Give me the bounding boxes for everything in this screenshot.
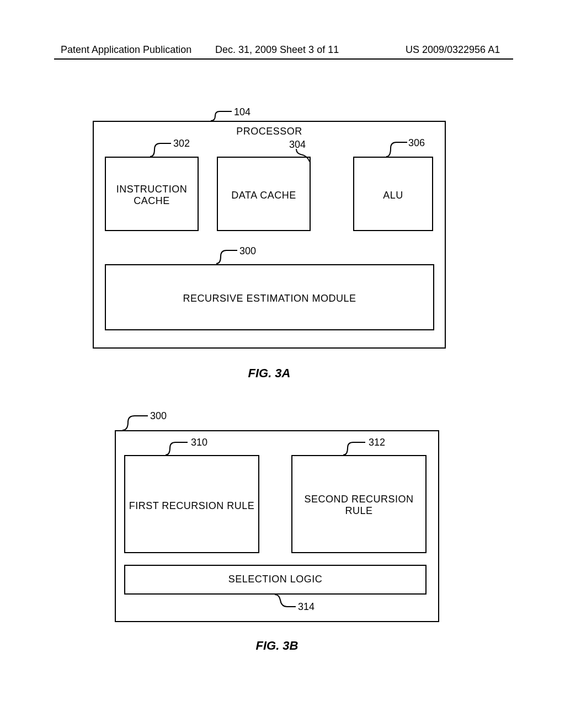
- figB-ref-outer: 300: [150, 410, 167, 422]
- figA-ref-300: 300: [239, 245, 256, 257]
- figA-label-instruction-cache: INSTRUCTION CACHE: [105, 184, 199, 207]
- figB-ref-312: 312: [369, 437, 385, 448]
- header-mid: Dec. 31, 2009 Sheet 3 of 11: [215, 44, 339, 56]
- figA-ref-306: 306: [408, 137, 425, 149]
- figA-label-recursion-module: RECURSIVE ESTIMATION MODULE: [105, 293, 434, 304]
- header-left: Patent Application Publication: [61, 44, 191, 56]
- figA-ref-302: 302: [173, 138, 190, 149]
- figA-caption: FIG. 3A: [93, 366, 446, 381]
- figA-ref-304: 304: [289, 139, 306, 151]
- figA-title: PROCESSOR: [93, 126, 446, 137]
- figB-ref-314: 314: [298, 601, 315, 613]
- header-right: US 2009/0322956 A1: [406, 44, 500, 56]
- figB-ref-310: 310: [191, 437, 207, 448]
- figA-label-alu: ALU: [353, 190, 433, 201]
- figB-caption: FIG. 3B: [115, 639, 439, 653]
- header-rule: [54, 58, 513, 60]
- figB-label-selection-logic: SELECTION LOGIC: [124, 574, 427, 585]
- figB-label-second-rule: SECOND RECURSION RULE: [291, 494, 427, 517]
- figA-label-data-cache: DATA CACHE: [217, 190, 311, 201]
- page: Patent Application Publication Dec. 31, …: [0, 0, 565, 728]
- figA-ref-outer: 104: [234, 106, 250, 118]
- figB-label-first-rule: FIRST RECURSION RULE: [124, 500, 259, 512]
